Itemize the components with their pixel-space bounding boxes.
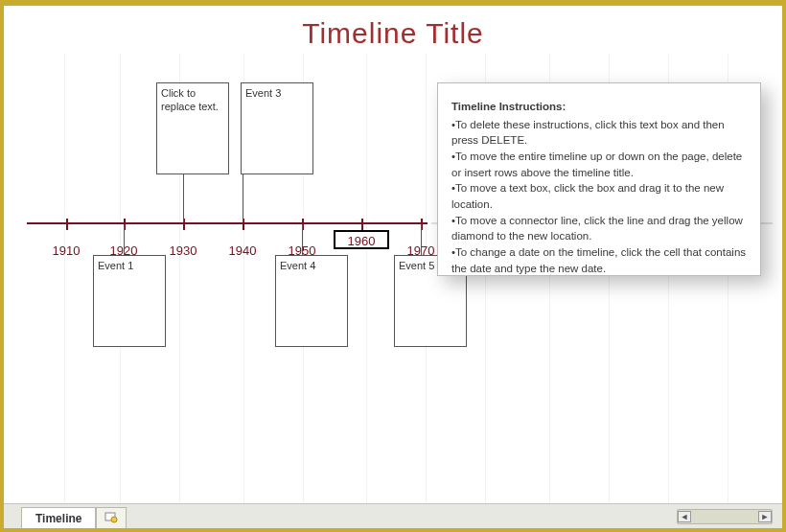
- instructions-bullet: •To delete these instructions, click thi…: [451, 117, 747, 149]
- active-cell[interactable]: 1960: [334, 230, 389, 249]
- event-box[interactable]: Event 3: [241, 82, 313, 174]
- new-sheet-button[interactable]: [96, 507, 127, 528]
- sheet-tab-label: Timeline: [35, 512, 81, 525]
- event-box[interactable]: Click to replace text.: [156, 82, 229, 174]
- instructions-bullet: •To move a text box, click the box and d…: [451, 180, 747, 212]
- app-frame: Timeline Title 1910 1920 1930 1940 1950 …: [0, 0, 786, 532]
- year-label[interactable]: 1910: [53, 243, 81, 258]
- timeline-axis: 1910 1920 1930 1940 1950 1970: [27, 222, 428, 224]
- connector-line[interactable]: [421, 224, 422, 255]
- event-box[interactable]: Event 4: [275, 255, 348, 347]
- year-label: 1960: [348, 234, 376, 248]
- page-title[interactable]: Timeline Title: [4, 17, 782, 50]
- year-label[interactable]: 1940: [229, 243, 257, 258]
- sheet-tab-strip: Timeline ◄ ►: [4, 503, 782, 528]
- scroll-left-icon[interactable]: ◄: [678, 511, 691, 522]
- connector-line[interactable]: [183, 174, 184, 222]
- connector-line[interactable]: [302, 224, 303, 255]
- event-text: Event 1: [98, 260, 133, 271]
- scroll-right-icon[interactable]: ►: [758, 511, 772, 522]
- event-text: Event 5: [399, 260, 434, 271]
- instructions-bullet: •To move a connector line, click the lin…: [451, 213, 747, 244]
- svg-point-1: [111, 517, 117, 522]
- new-sheet-icon: [104, 512, 118, 523]
- instructions-bullet: •To move the entire timeline up or down …: [451, 149, 747, 180]
- connector-line[interactable]: [243, 174, 243, 222]
- instructions-heading: Timeline Instructions:: [451, 99, 747, 115]
- instructions-bullet: •To change a date on the timeline, click…: [451, 244, 747, 276]
- year-label[interactable]: 1930: [170, 243, 197, 258]
- worksheet[interactable]: Timeline Title 1910 1920 1930 1940 1950 …: [4, 6, 782, 503]
- event-text: Event 3: [245, 87, 281, 99]
- horizontal-scrollbar[interactable]: ◄ ►: [677, 509, 773, 524]
- event-box[interactable]: Event 1: [93, 255, 166, 347]
- event-text: Event 4: [280, 260, 315, 271]
- connector-line[interactable]: [124, 224, 125, 255]
- event-text: Click to replace text.: [161, 87, 219, 112]
- instructions-box[interactable]: Timeline Instructions: •To delete these …: [437, 82, 761, 276]
- sheet-tab-timeline[interactable]: Timeline: [21, 507, 96, 528]
